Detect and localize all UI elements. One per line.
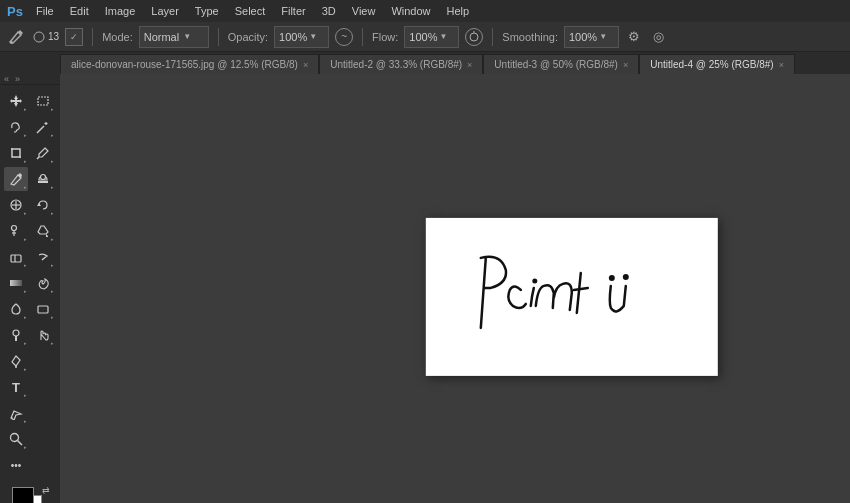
paint-bucket-tool[interactable]: ▸ — [31, 219, 55, 243]
airbrush-icon[interactable] — [465, 28, 483, 46]
target-icon[interactable]: ◎ — [649, 28, 667, 46]
flow-value[interactable]: 100% ▼ — [404, 26, 459, 48]
svg-point-24 — [41, 175, 46, 180]
options-bar: 13 ✓ Mode: Normal ▼ Opacity: 100% ▼ ~ Fl… — [0, 22, 850, 52]
tab-0-close[interactable]: × — [303, 60, 308, 70]
canvas-area[interactable] — [60, 74, 850, 503]
brush-tool[interactable]: ▸ — [4, 167, 28, 191]
menu-type[interactable]: Type — [187, 2, 227, 20]
mode-dropdown[interactable]: Normal ▼ — [139, 26, 209, 48]
menu-layer[interactable]: Layer — [143, 2, 187, 20]
menu-3d[interactable]: 3D — [314, 2, 344, 20]
move-tool[interactable]: ▸ — [4, 89, 28, 113]
stamp-tool[interactable]: ▸ — [31, 167, 55, 191]
menu-image[interactable]: Image — [97, 2, 144, 20]
svg-rect-12 — [10, 280, 22, 286]
zoom-tool[interactable]: ▸ — [4, 427, 28, 451]
menu-edit[interactable]: Edit — [62, 2, 97, 20]
ps-logo: Ps — [4, 0, 26, 22]
sep4 — [492, 28, 493, 46]
menu-help[interactable]: Help — [439, 2, 478, 20]
flow-label: Flow: — [372, 31, 398, 43]
menu-view[interactable]: View — [344, 2, 384, 20]
menu-filter[interactable]: Filter — [273, 2, 313, 20]
magic-wand-tool[interactable]: ▸ — [31, 115, 55, 139]
opacity-label: Opacity: — [228, 31, 268, 43]
svg-rect-27 — [38, 306, 48, 313]
history-brush-tool[interactable]: ▸ — [31, 193, 55, 217]
brush-mode-toggle[interactable]: ✓ — [65, 28, 83, 46]
tab-0[interactable]: alice-donovan-rouse-171565.jpg @ 12.5% (… — [60, 54, 319, 74]
tab-1-close[interactable]: × — [467, 60, 472, 70]
panel-expand-btn[interactable]: » — [15, 74, 20, 84]
crop-tool[interactable]: ▸ — [4, 141, 28, 165]
healing-tool[interactable]: ▸ — [4, 193, 28, 217]
tab-3[interactable]: Untitled-4 @ 25% (RGB/8#) × — [639, 54, 795, 74]
eyedropper-tool[interactable]: ▸ — [31, 141, 55, 165]
tab-3-label: Untitled-4 @ 25% (RGB/8#) — [650, 59, 774, 70]
svg-rect-25 — [38, 181, 48, 183]
burn-tool[interactable]: ▸ — [31, 271, 55, 295]
tabs-bar: alice-donovan-rouse-171565.jpg @ 12.5% (… — [0, 52, 850, 74]
tab-1[interactable]: Untitled-2 @ 33.3% (RGB/8#) × — [319, 54, 483, 74]
left-panel: « » ▸ ▸ ▸ ▸ — [0, 74, 60, 503]
more-tools-btn[interactable]: ••• — [4, 453, 28, 477]
dodge-tool[interactable]: ▸ — [4, 323, 28, 347]
svg-point-0 — [10, 41, 13, 44]
menu-window[interactable]: Window — [383, 2, 438, 20]
svg-line-18 — [18, 441, 23, 446]
brush-size-value: 13 — [48, 31, 59, 42]
tab-2[interactable]: Untitled-3 @ 50% (RGB/8#) × — [483, 54, 639, 74]
pen-tool[interactable]: ▸ — [4, 349, 28, 373]
opacity-pressure-icon[interactable]: ~ — [335, 28, 353, 46]
tab-3-close[interactable]: × — [779, 60, 784, 70]
tab-1-label: Untitled-2 @ 33.3% (RGB/8#) — [330, 59, 462, 70]
blur-tool[interactable]: ▸ — [4, 297, 28, 321]
active-tool-icon — [6, 27, 26, 47]
shape-tool[interactable]: ▸ — [31, 297, 55, 321]
menu-file[interactable]: File — [28, 2, 62, 20]
svg-point-13 — [13, 330, 19, 336]
brush-size-control[interactable]: 13 — [32, 30, 59, 44]
tool-column-right: ▸ ▸ ▸ ▸ ▸ — [31, 89, 56, 477]
svg-line-23 — [37, 157, 39, 159]
swap-colors-icon[interactable]: ⇄ — [42, 485, 50, 495]
smoothing-settings-icon[interactable]: ⚙ — [625, 28, 643, 46]
foreground-background-colors: ⇄ ⬛ — [12, 487, 48, 503]
marquee-tool[interactable]: ▸ — [31, 89, 55, 113]
color-panel: ⇄ ⬛ — [0, 481, 60, 503]
svg-point-17 — [11, 434, 19, 442]
panel-collapse-btn[interactable]: « — [4, 74, 9, 84]
clone-tool[interactable]: ▸ — [4, 219, 28, 243]
smudge-tool[interactable]: ▸ — [31, 245, 55, 269]
tab-2-close[interactable]: × — [623, 60, 628, 70]
foreground-color-box[interactable] — [12, 487, 34, 503]
panel-header: « » — [0, 74, 60, 85]
svg-point-31 — [532, 278, 537, 283]
svg-rect-10 — [11, 255, 21, 262]
svg-point-32 — [609, 274, 615, 280]
smoothing-label: Smoothing: — [502, 31, 558, 43]
svg-marker-26 — [37, 203, 41, 206]
svg-rect-19 — [38, 97, 48, 105]
svg-point-1 — [34, 32, 44, 42]
sep3 — [362, 28, 363, 46]
svg-point-2 — [470, 33, 478, 41]
smoothing-value[interactable]: 100% ▼ — [564, 26, 619, 48]
hand-tool[interactable]: ▸ — [31, 323, 55, 347]
lasso-tool[interactable]: ▸ — [4, 115, 28, 139]
svg-point-33 — [623, 273, 629, 279]
svg-marker-4 — [10, 95, 22, 107]
sep1 — [92, 28, 93, 46]
svg-line-20 — [37, 126, 44, 133]
tab-0-label: alice-donovan-rouse-171565.jpg @ 12.5% (… — [71, 59, 298, 70]
type-tool[interactable]: T ▸ — [4, 375, 28, 399]
opacity-value[interactable]: 100% ▼ — [274, 26, 329, 48]
document-canvas — [426, 217, 718, 375]
gradient-tool[interactable]: ▸ — [4, 271, 28, 295]
mode-label: Mode: — [102, 31, 133, 43]
menu-select[interactable]: Select — [227, 2, 274, 20]
eraser-tool[interactable]: ▸ — [4, 245, 28, 269]
tab-2-label: Untitled-3 @ 50% (RGB/8#) — [494, 59, 618, 70]
path-selection-tool[interactable]: ▸ — [4, 401, 28, 425]
